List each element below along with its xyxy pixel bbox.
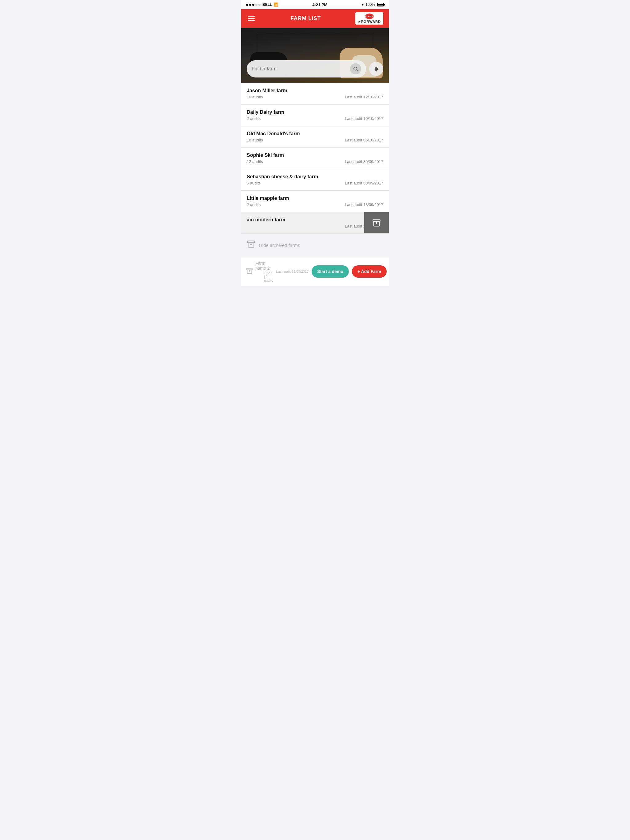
farm-audits: 12 audits xyxy=(247,159,263,164)
farm-meta: 10 auditsLast audit 06/10/2017 xyxy=(247,138,383,142)
header: FARM LIST LALLEMAND ► FORWARD xyxy=(241,9,389,28)
svg-rect-2 xyxy=(373,219,380,221)
demo-farm-info: Farm name 2 1 pen | 2 audits xyxy=(255,261,273,282)
svg-line-1 xyxy=(356,70,358,71)
svg-rect-4 xyxy=(247,241,255,243)
carrier-label: BELL xyxy=(263,2,272,7)
farm-list: Jason Miller farm10 auditsLast audit 12/… xyxy=(241,83,389,234)
farm-list-item[interactable]: am modern farmLast audit 25/09/2017 xyxy=(241,212,389,234)
menu-button[interactable] xyxy=(247,15,256,22)
signal-dot-4 xyxy=(255,4,258,6)
signal-dots xyxy=(246,4,261,6)
hamburger-line-1 xyxy=(248,16,255,17)
search-area xyxy=(241,60,389,77)
farm-meta: 5 auditsLast audit 08/09/2017 xyxy=(247,181,383,185)
hero-section xyxy=(241,28,389,83)
farm-meta: 2 auditsLast audit 10/10/2017 xyxy=(247,116,383,121)
farm-item-content: Little mapple farm2 auditsLast audit 18/… xyxy=(247,196,383,207)
farm-meta: 12 auditsLast audit 30/09/2017 xyxy=(247,159,383,164)
farm-item-content: Sebastian cheese & dairy farm5 auditsLas… xyxy=(247,174,383,185)
signal-dot-2 xyxy=(249,4,251,6)
start-demo-button[interactable]: Start a demo xyxy=(312,265,349,278)
farm-name: Old Mac Donald's farm xyxy=(247,131,383,136)
farm-meta: 10 auditsLast audit 12/10/2017 xyxy=(247,95,383,99)
demo-last-audit: Last audit 18/09/2017 xyxy=(276,270,309,273)
status-right: ✦ 100% xyxy=(361,2,384,7)
sort-button[interactable] xyxy=(369,62,383,76)
signal-dot-5 xyxy=(258,4,261,6)
demo-farm-name: Farm name 2 xyxy=(255,261,273,271)
arrow-up-icon xyxy=(374,66,378,69)
logo-forward: ► FORWARD xyxy=(358,20,381,24)
farm-last-audit: Last audit 18/09/2017 xyxy=(345,202,383,207)
brand-logo: LALLEMAND ► FORWARD xyxy=(355,12,383,25)
farm-last-audit: Last audit 10/10/2017 xyxy=(345,116,383,121)
logo-oval: LALLEMAND xyxy=(365,14,374,19)
farm-audits: 10 audits xyxy=(247,95,263,99)
farm-item-content: Sophie Ski farm12 auditsLast audit 30/09… xyxy=(247,153,383,164)
farm-item-content: Old Mac Donald's farm10 auditsLast audit… xyxy=(247,131,383,142)
farm-meta: Last audit 25/09/2017 xyxy=(247,224,383,229)
status-left: BELL 📶 xyxy=(246,2,279,7)
farm-list-item[interactable]: Jason Miller farm10 auditsLast audit 12/… xyxy=(241,83,389,104)
farm-name: Jason Miller farm xyxy=(247,88,383,93)
farm-name: Sebastian cheese & dairy farm xyxy=(247,174,383,180)
bluetooth-icon: ✦ xyxy=(361,3,364,7)
hamburger-line-2 xyxy=(248,18,255,19)
farm-list-item[interactable]: Old Mac Donald's farm10 auditsLast audit… xyxy=(241,126,389,148)
farm-item-content: am modern farmLast audit 25/09/2017 xyxy=(247,217,383,229)
search-bar[interactable] xyxy=(247,60,366,77)
battery-fill xyxy=(378,4,383,6)
archive-box-icon xyxy=(247,240,255,251)
farm-meta: 2 auditsLast audit 18/09/2017 xyxy=(247,202,383,207)
battery-percentage: 100% xyxy=(366,2,375,7)
farm-audits: 5 audits xyxy=(247,181,261,185)
farm-name: Daily Dairy farm xyxy=(247,109,383,115)
hide-archived-section[interactable]: Hide archived farms xyxy=(241,234,389,257)
battery-icon xyxy=(377,3,384,6)
logo-bottom-text: ► xyxy=(358,20,361,24)
arrow-down-icon xyxy=(374,69,378,72)
farm-last-audit: Last audit 06/10/2017 xyxy=(345,138,383,142)
add-farm-button[interactable]: + Add Farm xyxy=(352,265,387,278)
farm-audits: 2 audits xyxy=(247,202,261,207)
farm-item-content: Daily Dairy farm2 auditsLast audit 10/10… xyxy=(247,109,383,121)
hide-archived-label: Hide archived farms xyxy=(259,243,300,248)
search-button[interactable] xyxy=(350,63,361,74)
farm-last-audit: Last audit 08/09/2017 xyxy=(345,181,383,185)
farm-list-item[interactable]: Sebastian cheese & dairy farm5 auditsLas… xyxy=(241,169,389,191)
sort-arrows-icon xyxy=(374,66,378,72)
demo-archive-icon xyxy=(246,267,253,276)
archive-action-button[interactable] xyxy=(364,212,389,234)
wifi-icon: 📶 xyxy=(274,2,279,7)
svg-rect-6 xyxy=(247,268,252,270)
farm-item-content: Jason Miller farm10 auditsLast audit 12/… xyxy=(247,88,383,99)
farm-name: am modern farm xyxy=(247,217,383,223)
page-title: FARM LIST xyxy=(290,15,321,22)
logo-container: LALLEMAND ► FORWARD xyxy=(358,14,381,24)
farm-audits: 2 audits xyxy=(247,116,261,121)
demo-farm-sub: 1 pen | 2 audits xyxy=(264,271,273,282)
hamburger-line-3 xyxy=(248,20,255,21)
farm-last-audit: Last audit 12/10/2017 xyxy=(345,95,383,99)
farm-list-item[interactable]: Sophie Ski farm12 auditsLast audit 30/09… xyxy=(241,148,389,169)
search-input[interactable] xyxy=(252,66,347,72)
farm-list-item[interactable]: Little mapple farm2 auditsLast audit 18/… xyxy=(241,191,389,212)
farm-name: Sophie Ski farm xyxy=(247,153,383,158)
farm-list-item[interactable]: Daily Dairy farm2 auditsLast audit 10/10… xyxy=(241,104,389,126)
farm-name: Little mapple farm xyxy=(247,196,383,201)
signal-dot-3 xyxy=(252,4,255,6)
farm-audits: 10 audits xyxy=(247,138,263,142)
demo-farm-row: Farm name 2 1 pen | 2 audits xyxy=(246,261,273,282)
status-bar: BELL 📶 4:21 PM ✦ 100% xyxy=(241,0,389,9)
signal-dot-1 xyxy=(246,4,248,6)
logo-top-text: LALLEMAND xyxy=(362,15,377,17)
farm-last-audit: Last audit 30/09/2017 xyxy=(345,159,383,164)
status-time: 4:21 PM xyxy=(312,2,327,7)
logo-bottom-label: FORWARD xyxy=(361,20,381,24)
bottom-bar: Farm name 2 1 pen | 2 audits Last audit … xyxy=(241,257,389,286)
